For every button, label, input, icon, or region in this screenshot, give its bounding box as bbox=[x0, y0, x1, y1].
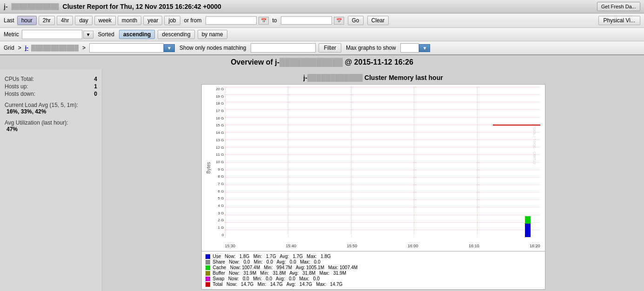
get-fresh-button[interactable]: Get Fresh Da... bbox=[597, 2, 640, 11]
to-label: to bbox=[272, 17, 277, 24]
grid-h-13 bbox=[225, 185, 540, 185]
legend-total: Total Now: 14.7G Min: 14.7G Avg: 14.7G M… bbox=[206, 282, 541, 287]
legend-cache-color bbox=[206, 265, 210, 270]
y-axis: 20 G 19 G 18 G 17 G 16 G 15 G 14 G 13 G … bbox=[202, 85, 225, 237]
grid-h-7 bbox=[225, 139, 540, 140]
go-button[interactable]: Go bbox=[348, 16, 364, 25]
overview-title-text: Overview of j-████████████ @ 2015-11-12 … bbox=[231, 58, 413, 66]
grid-h-11 bbox=[225, 170, 540, 170]
load-avg-label: Current Load Avg (15, 5, 1m): bbox=[5, 102, 97, 108]
metric-input[interactable]: load_one bbox=[22, 30, 82, 39]
max-select-input[interactable]: all bbox=[400, 43, 419, 53]
grid-h-4 bbox=[225, 117, 540, 118]
x-label-1600: 16:00 bbox=[408, 244, 418, 248]
legend-use-text: Use Now: 1.8G Min: 1.7G Avg: 1.7G Max: 1… bbox=[213, 254, 331, 259]
sort-ascending-button[interactable]: ascending bbox=[119, 30, 155, 39]
last-label: Last bbox=[4, 17, 14, 24]
metric-dropdown-button[interactable]: ▼ bbox=[83, 31, 93, 39]
chart-area: TOOL / TOOL - OBIT12 bbox=[225, 87, 540, 237]
legend-total-color bbox=[206, 282, 210, 287]
legend-buffer: Buffer Now: 31.9M Min: 31.8M Avg: 31.8M … bbox=[206, 271, 541, 276]
toolbar-metric: Metric load_one ▼ Sorted ascending desce… bbox=[0, 28, 644, 41]
grid-h-9 bbox=[225, 154, 540, 155]
max-dropdown-button[interactable]: ▼ bbox=[419, 44, 430, 52]
chart-title: j-████████████ Cluster Memory last hour bbox=[303, 74, 443, 81]
time-btn-week[interactable]: week bbox=[94, 16, 116, 25]
hosts-up-label: Hosts up: bbox=[5, 83, 28, 90]
grid-h-8 bbox=[225, 147, 540, 147]
avg-util-label: Avg Utilization (last hour): bbox=[5, 119, 97, 126]
time-btn-month[interactable]: month bbox=[118, 16, 141, 25]
legend-swap: Swap Now: 0.0 Min: 0.0 Avg: 0.0 Max: 0.0 bbox=[206, 276, 541, 281]
x-label-1530: 15:30 bbox=[225, 244, 236, 248]
time-btn-year[interactable]: year bbox=[143, 16, 162, 25]
legend-buffer-text: Buffer Now: 31.9M Min: 31.8M Avg: 31.8M … bbox=[213, 271, 346, 276]
filter-button[interactable]: Filter bbox=[319, 43, 341, 53]
grid-h-3 bbox=[225, 109, 540, 110]
stats-panel: CPUs Total: 4 Hosts up: 1 Hosts down: 0 … bbox=[0, 69, 102, 291]
legend-swap-color bbox=[206, 277, 210, 281]
grid-v-2 bbox=[351, 87, 352, 237]
filter-input[interactable] bbox=[251, 43, 316, 53]
node-dropdown-button[interactable]: ▼ bbox=[164, 44, 175, 52]
grid-h-17 bbox=[225, 215, 540, 215]
page-title: Cluster Report for Thu, 12 Nov 2015 16:2… bbox=[63, 3, 593, 10]
grid-h-1 bbox=[225, 94, 540, 95]
from-calendar-button[interactable]: 📅 bbox=[259, 17, 269, 25]
grid-h-12 bbox=[225, 177, 540, 178]
bar-use bbox=[525, 224, 531, 237]
load-avg-value: 16%, 33%, 42% bbox=[5, 108, 97, 115]
toolbar-grid: Grid > j- ████████████ > --Choose a Node… bbox=[0, 41, 644, 55]
grid-h-2 bbox=[225, 102, 540, 102]
legend-swap-text: Swap Now: 0.0 Min: 0.0 Avg: 0.0 Max: 0.0 bbox=[213, 276, 320, 281]
physical-view-button[interactable]: Physical Vi... bbox=[598, 16, 640, 25]
time-btn-day[interactable]: day bbox=[75, 16, 92, 25]
metric-select-wrap: load_one ▼ bbox=[22, 30, 93, 39]
to-date-input[interactable] bbox=[281, 16, 332, 25]
clear-button[interactable]: Clear bbox=[367, 16, 389, 25]
or-from-label: or from bbox=[184, 17, 202, 24]
x-label-1540: 15:40 bbox=[286, 244, 297, 248]
hosts-up-value: 1 bbox=[94, 83, 97, 90]
cpus-value: 4 bbox=[94, 76, 97, 82]
time-btn-hour[interactable]: hour bbox=[17, 16, 37, 25]
node-select-input[interactable]: --Choose a Node bbox=[89, 43, 164, 53]
legend-share-color bbox=[206, 260, 210, 265]
legend-share: Share Now: 0.0 Min: 0.0 Avg: 0.0 Max: 0.… bbox=[206, 259, 541, 265]
sort-descending-button[interactable]: descending bbox=[158, 30, 194, 39]
to-calendar-button[interactable]: 📅 bbox=[334, 17, 344, 25]
logo-blurred: ████████████ bbox=[12, 3, 59, 10]
filter-label: Show only nodes matching bbox=[179, 45, 246, 51]
grid-h-10 bbox=[225, 162, 540, 163]
x-label-1620: 16:20 bbox=[530, 244, 540, 248]
grid-link-blurred: ████████████ bbox=[31, 45, 79, 51]
logo: j- bbox=[4, 3, 8, 10]
time-btn-2hr[interactable]: 2hr bbox=[39, 16, 55, 25]
hosts-up-stat: Hosts up: 1 bbox=[5, 83, 97, 90]
bar-cache bbox=[525, 216, 531, 224]
hosts-down-label: Hosts down: bbox=[5, 91, 35, 97]
time-btn-job[interactable]: job bbox=[164, 16, 180, 25]
cpus-stat: CPUs Total: 4 bbox=[5, 76, 97, 82]
legend-total-text: Total Now: 14.7G Min: 14.7G Avg: 14.7G M… bbox=[213, 282, 343, 287]
grid-h-18 bbox=[225, 222, 540, 223]
overview-header: Overview of j-████████████ @ 2015-11-12 … bbox=[0, 55, 644, 69]
legend-share-text: Share Now: 0.0 Min: 0.0 Avg: 0.0 Max: 0.… bbox=[213, 259, 321, 265]
grid-v-0 bbox=[225, 87, 226, 237]
sort-byname-button[interactable]: by name bbox=[198, 30, 227, 39]
time-btn-4hr[interactable]: 4hr bbox=[57, 16, 73, 25]
grid-link[interactable]: j- bbox=[25, 45, 28, 51]
max-select-wrap: all ▼ bbox=[400, 43, 430, 53]
legend-buffer-color bbox=[206, 271, 210, 276]
grid-h-15 bbox=[225, 199, 540, 200]
legend-cache: Cache Now: 1007.4M Min: 994.7M Avg: 1005… bbox=[206, 265, 541, 270]
legend-use-color bbox=[206, 254, 210, 259]
grid-label: Grid bbox=[4, 45, 14, 51]
avg-util-section: Avg Utilization (last hour): 47% bbox=[5, 119, 97, 132]
chart-panel: j-████████████ Cluster Memory last hour … bbox=[102, 69, 644, 291]
chart-container: Bytes 20 G 19 G 18 G 17 G 16 G 15 G 14 G… bbox=[201, 84, 545, 251]
node-select-wrap: --Choose a Node ▼ bbox=[89, 43, 175, 53]
watermark: TOOL / TOOL - OBIT12 bbox=[532, 125, 537, 164]
from-date-input[interactable] bbox=[206, 16, 257, 25]
legend-cache-text: Cache Now: 1007.4M Min: 994.7M Avg: 1005… bbox=[213, 265, 358, 270]
